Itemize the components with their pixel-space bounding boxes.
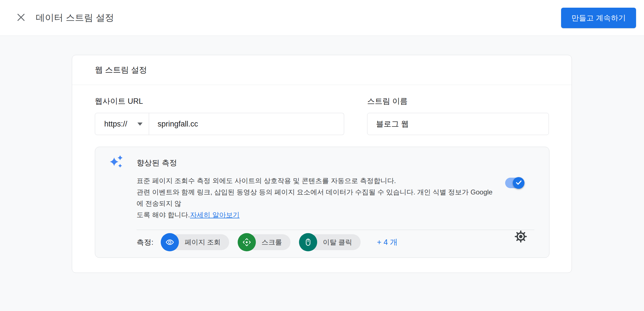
web-stream-card: 웹 스트림 설정 웹사이트 URL https:// 스트림 이름 <box>72 55 572 273</box>
learn-more-link[interactable]: 자세히 알아보기 <box>190 211 240 219</box>
protocol-selected-value: https:// <box>104 120 127 128</box>
website-url-input[interactable] <box>149 113 344 135</box>
enhanced-measurement-settings-button[interactable] <box>513 229 529 245</box>
description-line-1: 표준 페이지 조회수 측정 외에도 사이트의 상호작용 및 콘텐츠를 자동으로 … <box>137 177 396 184</box>
page-title: 데이터 스트림 설정 <box>36 12 114 24</box>
chip-scroll: 스크롤 <box>238 233 290 251</box>
scroll-icon <box>238 233 256 251</box>
divider <box>137 230 534 230</box>
chip-outbound-click: 이탈 클릭 <box>299 233 361 251</box>
measurement-chips-row: 측정: 페이지 조회 <box>137 233 549 251</box>
mouse-icon <box>299 233 317 251</box>
page-background: 웹 스트림 설정 웹사이트 URL https:// 스트림 이름 <box>0 36 644 311</box>
stream-name-input[interactable] <box>367 113 549 135</box>
stream-form-row: 웹사이트 URL https:// 스트림 이름 <box>95 96 549 135</box>
enhanced-measurement-title: 향상된 측정 <box>137 158 498 168</box>
website-url-field: 웹사이트 URL https:// <box>95 96 344 135</box>
measure-label: 측정: <box>137 237 153 247</box>
enhanced-measurement-toggle[interactable] <box>505 178 524 188</box>
card-body: 웹사이트 URL https:// 스트림 이름 <box>72 96 572 273</box>
close-button[interactable] <box>13 10 29 26</box>
website-url-label: 웹사이트 URL <box>95 96 344 106</box>
gear-icon <box>514 230 528 244</box>
stream-name-field: 스트림 이름 <box>367 96 549 135</box>
enhanced-measurement-card: 향상된 측정 표준 페이지 조회수 측정 외에도 사이트의 상호작용 및 콘텐츠… <box>95 147 549 258</box>
website-url-input-group: https:// <box>95 113 344 135</box>
create-and-continue-button[interactable]: 만들고 계속하기 <box>561 8 636 28</box>
chevron-down-icon <box>137 123 143 126</box>
close-icon <box>16 13 26 23</box>
enhanced-measurement-content: 향상된 측정 표준 페이지 조회수 측정 외에도 사이트의 상호작용 및 콘텐츠… <box>137 158 498 221</box>
more-events-link[interactable]: + 4 개 <box>377 237 398 247</box>
description-line-2: 관련 이벤트와 함께 링크, 삽입된 동영상 등의 페이지 요소에서 데이터가 … <box>137 188 492 207</box>
section-title: 웹 스트림 설정 <box>95 65 147 75</box>
chip-page-view: 페이지 조회 <box>161 233 229 251</box>
card-header: 웹 스트림 설정 <box>72 55 572 85</box>
stream-name-label: 스트림 이름 <box>367 96 549 106</box>
description-line-3: 도록 해야 합니다. <box>137 211 190 219</box>
eye-icon <box>161 233 179 251</box>
toggle-thumb <box>513 177 524 189</box>
check-icon <box>515 179 522 187</box>
dialog-top-bar: 데이터 스트림 설정 만들고 계속하기 <box>0 0 644 36</box>
enhanced-measurement-description: 표준 페이지 조회수 측정 외에도 사이트의 상호작용 및 콘텐츠를 자동으로 … <box>137 175 498 221</box>
protocol-select[interactable]: https:// <box>95 113 149 135</box>
sparkle-icon <box>110 154 125 171</box>
